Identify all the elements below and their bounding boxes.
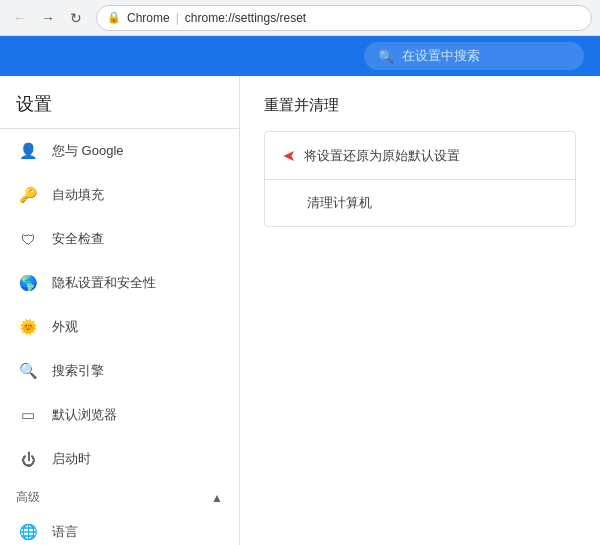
shield-icon: 🛡 bbox=[16, 227, 40, 251]
search-sidebar-icon: 🔍 bbox=[16, 359, 40, 383]
sidebar-label-search: 搜索引擎 bbox=[52, 362, 223, 380]
chevron-up-icon[interactable]: ▲ bbox=[211, 491, 223, 505]
advanced-label: 高级 bbox=[16, 489, 40, 506]
arrow-indicator: ➤ bbox=[283, 146, 296, 165]
sidebar-item-privacy[interactable]: 🌎 隐私设置和安全性 bbox=[0, 261, 239, 305]
restore-label: 将设置还原为原始默认设置 bbox=[304, 147, 460, 165]
top-bar: 🔍 在设置中搜索 bbox=[0, 36, 600, 76]
appearance-icon: 🌞 bbox=[16, 315, 40, 339]
refresh-button[interactable]: ↻ bbox=[64, 6, 88, 30]
language-icon: 🌐 bbox=[16, 520, 40, 544]
options-list: ➤ 将设置还原为原始默认设置 清理计算机 bbox=[264, 131, 576, 227]
clean-option[interactable]: 清理计算机 bbox=[265, 180, 575, 226]
address-bar[interactable]: 🔒 Chrome | chrome://settings/reset bbox=[96, 5, 592, 31]
url-text: chrome://settings/reset bbox=[185, 11, 306, 25]
person-icon: 👤 bbox=[16, 139, 40, 163]
sidebar-label-google: 您与 Google bbox=[52, 142, 223, 160]
sidebar-item-search[interactable]: 🔍 搜索引擎 bbox=[0, 349, 239, 393]
address-icon: 🔒 bbox=[107, 11, 121, 24]
sidebar-item-appearance[interactable]: 🌞 外观 bbox=[0, 305, 239, 349]
browser-name: Chrome bbox=[127, 11, 170, 25]
back-button[interactable]: ← bbox=[8, 6, 32, 30]
search-placeholder: 在设置中搜索 bbox=[402, 47, 480, 65]
sidebar-header: 设置 bbox=[0, 76, 239, 129]
nav-buttons: ← → ↻ bbox=[8, 6, 88, 30]
startup-icon: ⏻ bbox=[16, 447, 40, 471]
app-container: 设置 👤 您与 Google 🔑 自动填充 🛡 安全检查 🌎 隐私设置和安全性 … bbox=[0, 76, 600, 545]
sidebar-label-browser: 默认浏览器 bbox=[52, 406, 223, 424]
browser-icon: ▭ bbox=[16, 403, 40, 427]
url-separator: | bbox=[176, 11, 179, 25]
advanced-section-title: 高级 ▲ bbox=[0, 481, 239, 510]
main-content: 重置并清理 ➤ 将设置还原为原始默认设置 清理计算机 D 当 软件园 bbox=[240, 76, 600, 545]
sidebar-item-google[interactable]: 👤 您与 Google bbox=[0, 129, 239, 173]
sidebar-label-startup: 启动时 bbox=[52, 450, 223, 468]
forward-button[interactable]: → bbox=[36, 6, 60, 30]
restore-option[interactable]: ➤ 将设置还原为原始默认设置 bbox=[265, 132, 575, 180]
browser-chrome: ← → ↻ 🔒 Chrome | chrome://settings/reset bbox=[0, 0, 600, 36]
sidebar-label-language: 语言 bbox=[52, 523, 223, 541]
search-icon: 🔍 bbox=[378, 49, 394, 64]
search-box[interactable]: 🔍 在设置中搜索 bbox=[364, 42, 584, 70]
sidebar-item-autofill[interactable]: 🔑 自动填充 bbox=[0, 173, 239, 217]
privacy-icon: 🌎 bbox=[16, 271, 40, 295]
sidebar: 设置 👤 您与 Google 🔑 自动填充 🛡 安全检查 🌎 隐私设置和安全性 … bbox=[0, 76, 240, 545]
sidebar-item-safety[interactable]: 🛡 安全检查 bbox=[0, 217, 239, 261]
sidebar-label-autofill: 自动填充 bbox=[52, 186, 223, 204]
section-heading: 重置并清理 bbox=[264, 96, 576, 115]
sidebar-item-startup[interactable]: ⏻ 启动时 bbox=[0, 437, 239, 481]
sidebar-label-appearance: 外观 bbox=[52, 318, 223, 336]
sidebar-item-language[interactable]: 🌐 语言 bbox=[0, 510, 239, 545]
key-icon: 🔑 bbox=[16, 183, 40, 207]
sidebar-label-privacy: 隐私设置和安全性 bbox=[52, 274, 223, 292]
sidebar-item-browser[interactable]: ▭ 默认浏览器 bbox=[0, 393, 239, 437]
clean-label: 清理计算机 bbox=[307, 194, 372, 212]
sidebar-label-safety: 安全检查 bbox=[52, 230, 223, 248]
